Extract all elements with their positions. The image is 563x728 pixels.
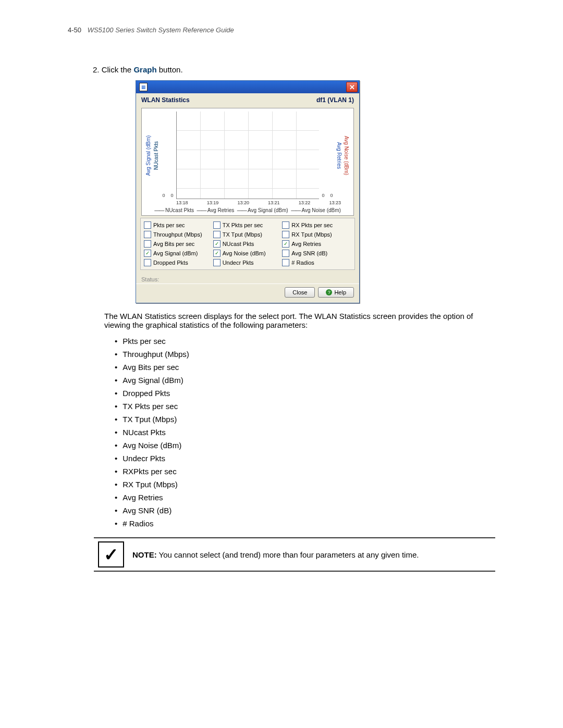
parameter-list: Pkts per secThroughput (Mbps)Avg Bits pe…: [115, 335, 495, 530]
dialog-title-left: WLAN Statistics: [141, 96, 190, 104]
checkbox-icon[interactable]: [144, 231, 151, 238]
pkts-per-sec-checkbox[interactable]: Pkts per sec: [144, 220, 213, 230]
wlan-statistics-dialog: ▦ ✕ WLAN Statistics df1 (VLAN 1) Avg Sig…: [136, 80, 360, 303]
instruction-step: 2. Click the Graph button.: [93, 65, 495, 74]
chart-plot-area: [176, 112, 319, 199]
y-axis-avg-noise-label: Avg Noise (dBm): [343, 112, 350, 199]
radios-checkbox[interactable]: # Radios: [282, 258, 351, 267]
tx-pkts-per-sec-checkbox[interactable]: TX Pkts per sec: [213, 220, 283, 230]
checkbox-label: Pkts per sec: [153, 222, 185, 228]
title-bar: ▦ ✕: [136, 81, 359, 93]
checkbox-icon[interactable]: [213, 231, 221, 238]
checkbox-icon[interactable]: [213, 240, 221, 248]
throughput-checkbox[interactable]: Throughput (Mbps): [144, 230, 213, 239]
y-zero-left-inner: 0: [170, 193, 173, 198]
list-item: # Radios: [115, 517, 495, 530]
list-item: Dropped Pkts: [115, 387, 495, 400]
checkbox-label: RX Tput (Mbps): [291, 231, 332, 238]
list-item: Avg Retries: [115, 491, 495, 504]
checkbox-icon[interactable]: [282, 250, 289, 257]
checkbox-icon[interactable]: [282, 240, 289, 248]
checkbox-label: Avg Bits per sec: [153, 241, 194, 247]
page-number: 4-50: [68, 26, 81, 34]
checkbox-label: Avg SNR (dB): [291, 250, 327, 256]
note-text: NOTE: You cannot select (and trend) more…: [132, 550, 419, 559]
checkbox-label: RX Pkts per sec: [291, 222, 333, 228]
list-item: NUcast Pkts: [115, 426, 495, 439]
status-bar: Status:: [136, 274, 359, 283]
avg-noise-checkbox[interactable]: Avg Noise (dBm): [213, 249, 283, 258]
checkbox-label: TX Pkts per sec: [223, 222, 263, 228]
checkbox-icon[interactable]: [144, 221, 151, 229]
undecr-pkts-checkbox[interactable]: Undecr Pkts: [213, 258, 283, 267]
checkbox-label: Avg Signal (dBm): [153, 250, 198, 256]
close-button[interactable]: Close: [285, 287, 315, 298]
list-item: TX Pkts per sec: [115, 400, 495, 413]
list-item: TX Tput (Mbps): [115, 413, 495, 426]
y-axis-avg-retries-label: Avg Retries: [336, 112, 343, 199]
list-item: RX Tput (Mbps): [115, 478, 495, 491]
avg-signal-checkbox[interactable]: Avg Signal (dBm): [144, 249, 213, 258]
list-item: Undecr Pkts: [115, 452, 495, 465]
note-box: ✓ NOTE: You cannot select (and trend) mo…: [94, 537, 495, 572]
parameter-checkbox-grid: Pkts per secTX Pkts per secRX Pkts per s…: [140, 218, 355, 270]
checkbox-icon[interactable]: [282, 221, 289, 229]
checkbox-icon[interactable]: [144, 259, 151, 266]
dialog-title-right: df1 (VLAN 1): [316, 96, 354, 104]
close-icon[interactable]: ✕: [346, 82, 358, 92]
checkbox-label: Dropped Pkts: [153, 260, 188, 266]
checkbox-icon[interactable]: [282, 259, 289, 266]
y-axis-nucast-label: NUcast Pkts: [152, 112, 160, 199]
checkbox-label: Throughput (Mbps): [153, 231, 202, 238]
list-item: Avg Noise (dBm): [115, 439, 495, 452]
checkbox-icon[interactable]: [144, 240, 151, 248]
avg-bits-checkbox[interactable]: Avg Bits per sec: [144, 239, 213, 249]
page-header: 4-50 WS5100 Series Switch System Referen…: [68, 26, 495, 34]
y-zero-right-inner: 0: [322, 193, 324, 198]
checkbox-label: Avg Retries: [291, 241, 321, 247]
y-axis-avg-signal-label: Avg Signal (dBm): [145, 112, 152, 199]
window-icon: ▦: [139, 83, 148, 91]
checkbox-icon[interactable]: [213, 259, 221, 266]
checkbox-icon[interactable]: [282, 231, 289, 238]
checkbox-icon[interactable]: [213, 221, 221, 229]
y-zero-right-outer: 0: [330, 193, 333, 198]
list-item: Avg Signal (dBm): [115, 374, 495, 387]
doc-title: WS5100 Series Switch System Reference Gu…: [88, 26, 234, 34]
rx-pkts-per-sec-checkbox[interactable]: RX Pkts per sec: [282, 220, 351, 230]
dropped-pkts-checkbox[interactable]: Dropped Pkts: [144, 258, 213, 267]
list-item: RXPkts per sec: [115, 465, 495, 478]
checkbox-label: Undecr Pkts: [223, 260, 254, 266]
y-zero-left-outer: 0: [162, 193, 165, 198]
list-item: Avg Bits per sec: [115, 361, 495, 374]
checkbox-icon[interactable]: [213, 250, 221, 257]
body-paragraph: The WLAN Statistics screen displays for …: [104, 312, 495, 329]
checkmark-icon: ✓: [98, 541, 124, 567]
rx-tput-checkbox[interactable]: RX Tput (Mbps): [282, 230, 351, 239]
checkbox-icon[interactable]: [144, 250, 151, 257]
help-button[interactable]: ? Help: [318, 287, 354, 298]
nucast-pkts-checkbox[interactable]: NUcast Pkts: [213, 239, 283, 249]
list-item: Avg SNR (dB): [115, 504, 495, 517]
help-icon: ?: [326, 289, 332, 295]
checkbox-label: NUcast Pkts: [223, 241, 254, 247]
checkbox-label: # Radios: [291, 260, 314, 266]
avg-snr-checkbox[interactable]: Avg SNR (dB): [282, 249, 351, 258]
list-item: Pkts per sec: [115, 335, 495, 348]
checkbox-label: TX Tput (Mbps): [223, 231, 262, 238]
chart-legend: —— NUcast Pkts —— Avg Retries —— Avg Sig…: [145, 207, 350, 213]
x-axis-ticks: 13:18 13:19 13:20 13:21 13:22 13:23: [176, 200, 341, 205]
avg-retries-checkbox[interactable]: Avg Retries: [282, 239, 351, 249]
tx-tput-checkbox[interactable]: TX Tput (Mbps): [213, 230, 283, 239]
checkbox-label: Avg Noise (dBm): [223, 250, 266, 256]
list-item: Throughput (Mbps): [115, 348, 495, 361]
chart-panel: Avg Signal (dBm) NUcast Pkts 0 0 0 0 Avg…: [141, 108, 354, 216]
